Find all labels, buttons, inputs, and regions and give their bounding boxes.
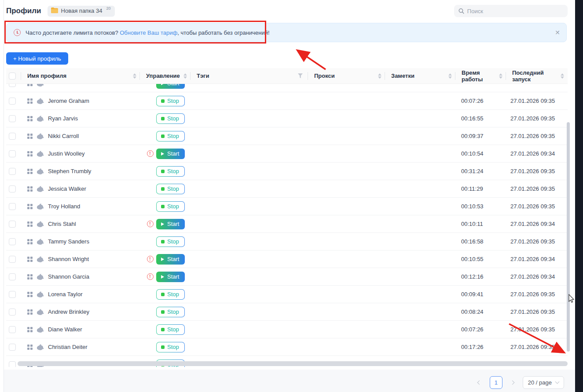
- page-size-select[interactable]: 20 / page: [523, 376, 564, 389]
- stop-button[interactable]: Stop: [156, 113, 185, 124]
- last-launch-cell: 27.01.2026 09:35: [506, 92, 568, 109]
- grid-handle-icon[interactable]: [27, 204, 33, 209]
- stop-button[interactable]: Stop: [156, 307, 185, 317]
- grid-handle-icon[interactable]: [27, 274, 33, 279]
- dolphin-icon: [37, 326, 44, 333]
- stop-button[interactable]: Stop: [156, 342, 185, 352]
- grid-handle-icon[interactable]: [27, 327, 33, 332]
- select-all-checkbox[interactable]: [9, 73, 16, 80]
- warning-icon[interactable]: [147, 256, 154, 262]
- row-checkbox[interactable]: [9, 203, 16, 210]
- row-checkbox[interactable]: [9, 238, 16, 245]
- pagination: 1 20 / page: [6, 376, 564, 389]
- column-header-control[interactable]: Управление: [140, 68, 191, 83]
- column-header-proxy[interactable]: Прокси: [308, 68, 385, 83]
- grid-handle-icon[interactable]: [27, 84, 33, 86]
- grid-handle-icon[interactable]: [27, 257, 33, 262]
- stop-button[interactable]: Stop: [156, 201, 185, 212]
- grid-handle-icon[interactable]: [27, 345, 33, 350]
- profile-name: Justin Woolley: [48, 150, 85, 157]
- warning-icon[interactable]: [147, 221, 154, 227]
- column-header-last-launch[interactable]: Последний запуск: [506, 68, 568, 83]
- grid-handle-icon[interactable]: [27, 169, 33, 174]
- column-header-runtime[interactable]: Время работы: [455, 68, 506, 83]
- row-checkbox[interactable]: [9, 168, 16, 175]
- horizontal-scrollbar[interactable]: [18, 361, 568, 366]
- row-checkbox[interactable]: [9, 309, 16, 316]
- start-button[interactable]: Start: [156, 219, 185, 229]
- grid-handle-icon[interactable]: [27, 239, 33, 244]
- tags-cell: [191, 268, 308, 285]
- search-input[interactable]: [467, 8, 563, 15]
- sort-icon[interactable]: [499, 73, 502, 79]
- proxy-cell: [308, 215, 385, 232]
- notes-cell: [385, 180, 455, 197]
- row-checkbox[interactable]: [9, 185, 16, 192]
- dolphin-icon: [37, 203, 44, 210]
- sort-icon[interactable]: [448, 73, 452, 79]
- tags-cell: [191, 250, 308, 268]
- play-icon: [161, 84, 164, 85]
- row-checkbox[interactable]: [9, 84, 16, 87]
- table-header: Имя профиля Управление Тэги Прокси Замет…: [6, 68, 568, 84]
- current-page-button[interactable]: 1: [490, 376, 502, 389]
- stop-button[interactable]: Stop: [156, 131, 185, 142]
- stop-button[interactable]: Stop: [156, 184, 185, 194]
- grid-handle-icon[interactable]: [27, 186, 33, 192]
- row-checkbox[interactable]: [9, 344, 16, 351]
- proxy-cell: [308, 198, 385, 215]
- row-checkbox[interactable]: [9, 150, 16, 157]
- table-row: Justin Woolley Stop Start 00:10:54 27.01…: [6, 145, 568, 163]
- sort-icon[interactable]: [133, 73, 136, 79]
- column-header-notes[interactable]: Заметки: [385, 68, 455, 83]
- row-checkbox[interactable]: [9, 361, 16, 367]
- grid-handle-icon[interactable]: [27, 116, 33, 121]
- sort-icon[interactable]: [378, 73, 381, 79]
- column-header-name[interactable]: Имя профиля: [21, 68, 140, 83]
- search-box[interactable]: [454, 5, 568, 17]
- grid-handle-icon[interactable]: [27, 221, 33, 227]
- row-checkbox[interactable]: [9, 273, 16, 280]
- sort-icon[interactable]: [183, 73, 187, 79]
- row-checkbox[interactable]: [9, 133, 16, 140]
- dark-side-panel: [575, 0, 583, 392]
- row-checkbox[interactable]: [9, 221, 16, 228]
- notes-cell: [385, 145, 455, 162]
- next-page-button[interactable]: [507, 377, 518, 388]
- warning-icon[interactable]: [147, 273, 154, 280]
- new-profile-button[interactable]: + Новый профиль: [6, 52, 68, 65]
- stop-button[interactable]: Stop: [156, 289, 185, 300]
- sort-icon[interactable]: [561, 73, 564, 79]
- prev-page-button[interactable]: [474, 377, 485, 388]
- row-checkbox[interactable]: [9, 98, 16, 105]
- vertical-scrollbar[interactable]: [567, 122, 570, 352]
- stop-button[interactable]: Stop: [156, 96, 185, 106]
- warning-icon[interactable]: [147, 150, 154, 157]
- row-checkbox[interactable]: [9, 115, 16, 122]
- upgrade-tariff-link[interactable]: Обновите Ваш тариф: [120, 29, 177, 36]
- row-checkbox[interactable]: [9, 326, 16, 333]
- stop-button[interactable]: Stop: [156, 166, 185, 177]
- dolphin-icon: [37, 256, 44, 262]
- stop-button[interactable]: Stop: [156, 324, 185, 335]
- grid-handle-icon[interactable]: [27, 134, 33, 139]
- grid-handle-icon[interactable]: [27, 309, 33, 315]
- start-button[interactable]: Start: [156, 84, 185, 89]
- grid-handle-icon[interactable]: [27, 98, 33, 104]
- start-button[interactable]: Start: [156, 272, 185, 282]
- stop-button[interactable]: Stop: [156, 236, 185, 247]
- green-dot-icon: [161, 310, 165, 314]
- grid-handle-icon[interactable]: [27, 292, 33, 297]
- row-checkbox[interactable]: [9, 291, 16, 298]
- column-header-tags[interactable]: Тэги: [191, 68, 308, 83]
- filter-icon[interactable]: [298, 73, 303, 78]
- close-icon[interactable]: ✕: [555, 29, 560, 36]
- alert-text: Часто достигаете лимита потоков? Обновит…: [26, 29, 270, 36]
- folder-chip[interactable]: Новая папка 34 20: [48, 6, 115, 17]
- grid-handle-icon[interactable]: [27, 151, 33, 156]
- start-button[interactable]: Start: [156, 149, 185, 159]
- start-button[interactable]: Start: [156, 254, 185, 265]
- row-checkbox[interactable]: [9, 256, 16, 263]
- table-row: Lorena Taylor Stop Start 00:09:41 27.01.…: [6, 286, 568, 303]
- clock-icon: [14, 29, 21, 36]
